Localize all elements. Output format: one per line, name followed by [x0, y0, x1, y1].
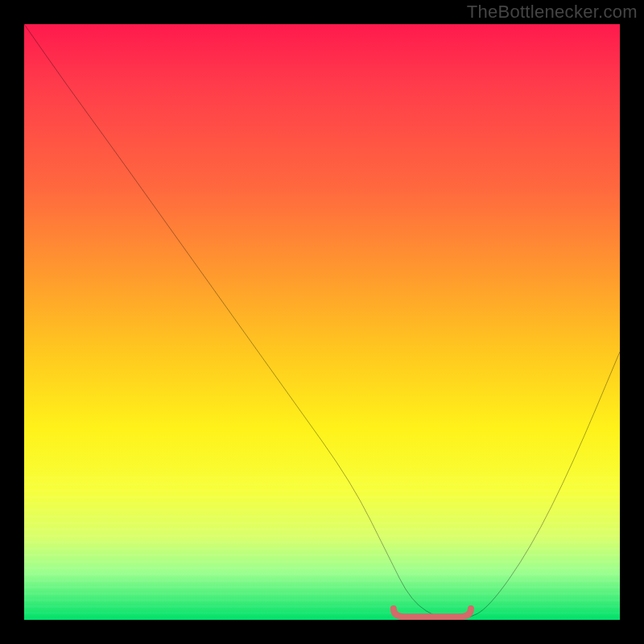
plot-area	[24, 24, 620, 620]
bottleneck-curve	[24, 24, 620, 620]
chart-frame: TheBottlenecker.com	[0, 0, 644, 644]
curve-group	[24, 24, 620, 620]
watermark-text: TheBottlenecker.com	[467, 2, 638, 23]
curve-layer	[24, 24, 620, 620]
trough-marker	[394, 609, 471, 617]
